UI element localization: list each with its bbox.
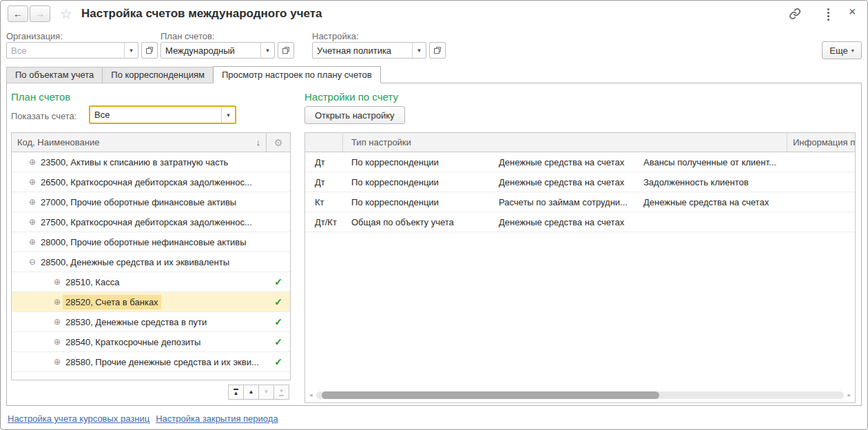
check-icon: ✓ <box>267 276 290 287</box>
go-last-button[interactable]: ▼ <box>273 385 289 400</box>
setting-open-button[interactable] <box>429 42 446 59</box>
setting-type: По корреспонденции <box>343 177 495 187</box>
account-row-selected[interactable]: ⊕ 28520, Счета в банках ✓ <box>12 292 290 312</box>
account-row[interactable]: ⊕ 23500, Активы к списанию в затратную ч… <box>12 152 290 172</box>
forward-button[interactable]: → <box>30 6 50 22</box>
close-icon[interactable]: × <box>849 5 856 19</box>
chevron-down-icon[interactable]: ▾ <box>124 43 138 58</box>
accounts-table-header[interactable]: Код, Наименование ↓ ⚙ <box>12 133 290 152</box>
go-up-button[interactable]: ▲ <box>243 385 259 400</box>
go-last-icon: ▼ <box>279 389 285 396</box>
horizontal-scrollbar[interactable]: ◂ ▸ <box>309 391 851 399</box>
setting-side: Дт/Кт <box>305 217 343 227</box>
check-icon: ✓ <box>267 296 290 307</box>
setting-type: Общая по объекту учета <box>343 217 495 227</box>
setting-side: Дт <box>305 177 343 187</box>
exchange-rate-settings-link[interactable]: Настройка учета курсовых разниц <box>8 413 149 424</box>
organization-label: Организация: <box>6 31 63 41</box>
tab-content: План счетов Показать счета: Все ▾ Код, Н… <box>6 83 862 406</box>
app-window: ← → ☆ Настройка счетов международного уч… <box>0 0 868 430</box>
setting-label: Настройка: <box>312 31 359 41</box>
account-row[interactable]: ⊖ 28500, Денежные средства и их эквивале… <box>12 252 290 272</box>
setting-value: Учетная политика <box>313 45 412 56</box>
account-row-text: 28520, Счета в банках <box>63 295 161 309</box>
get-link-icon[interactable] <box>788 8 802 22</box>
go-up-icon: ▲ <box>249 389 254 395</box>
tab-by-correspondences[interactable]: По корреспонденциям <box>102 67 214 83</box>
expand-icon[interactable]: ⊕ <box>27 177 38 187</box>
page-title: Настройка счетов международного учета <box>81 7 322 21</box>
go-down-button[interactable]: ▼ <box>258 385 274 400</box>
setting-row[interactable]: Дт По корреспонденции Денежные средства … <box>305 152 855 172</box>
expand-icon[interactable]: ⊕ <box>27 157 38 167</box>
organization-open-button[interactable] <box>141 42 158 59</box>
tree-navigation-buttons: ▲ ▲ ▼ ▼ <box>229 385 289 400</box>
setting-row[interactable]: Кт По корреспонденции Расчеты по займам … <box>305 192 855 212</box>
chart-of-accounts-field[interactable]: Международный ▾ <box>161 42 275 59</box>
more-button-label: Еще <box>829 45 847 56</box>
scrollbar-track[interactable] <box>316 391 844 399</box>
setting-info: Задолженность клиентов <box>639 177 791 187</box>
expand-icon[interactable]: ⊕ <box>52 357 63 367</box>
open-setting-button[interactable]: Открыть настройку <box>304 106 405 124</box>
setting-field[interactable]: Учетная политика ▾ <box>312 42 426 59</box>
account-row[interactable]: ⊕ 28580, Прочие денежные средства и их э… <box>12 352 290 372</box>
check-icon: ✓ <box>267 336 290 347</box>
scroll-left-icon[interactable]: ◂ <box>309 391 313 399</box>
table-settings-gear-button[interactable]: ⚙ <box>266 133 290 152</box>
expand-icon[interactable]: ⊕ <box>27 217 38 227</box>
more-button[interactable]: Еще ▾ <box>822 41 862 59</box>
organization-value: Все <box>7 45 124 56</box>
period-closing-settings-link[interactable]: Настройка закрытия периода <box>156 413 278 424</box>
chart-of-accounts-open-button[interactable] <box>278 42 294 59</box>
organization-field[interactable]: Все ▾ <box>6 42 138 59</box>
account-row[interactable]: ⊕ 27000, Прочие оборотные финансовые акт… <box>12 192 290 212</box>
go-first-button[interactable]: ▲ <box>228 385 244 400</box>
account-row-text: 28540, Краткосрочные депозиты <box>63 335 203 349</box>
forward-icon: → <box>35 8 45 19</box>
show-accounts-field[interactable]: Все ▾ <box>89 105 236 124</box>
back-button[interactable]: ← <box>8 6 28 22</box>
plan-panel-title: План счетов <box>11 91 70 103</box>
scroll-right-icon[interactable]: ▸ <box>847 391 851 399</box>
tab-view-settings-by-chart[interactable]: Просмотр настроек по плану счетов <box>213 66 381 83</box>
sort-desc-icon: ↓ <box>256 137 261 147</box>
setting-info: Денежные средства на счетах <box>639 197 791 207</box>
chevron-down-icon[interactable]: ▾ <box>412 43 426 58</box>
expand-icon[interactable]: ⊕ <box>27 197 38 207</box>
chevron-down-icon[interactable]: ▾ <box>221 107 235 123</box>
collapse-icon[interactable]: ⊖ <box>27 257 38 267</box>
info-column-header: Информация по <box>787 133 855 152</box>
setting-row[interactable]: Дт/Кт Общая по объекту учета Денежные ср… <box>305 212 855 232</box>
check-icon: ✓ <box>267 356 290 367</box>
expand-icon[interactable]: ⊕ <box>27 237 38 247</box>
setting-object: Денежные средства на счетах <box>495 157 639 167</box>
setting-row[interactable]: Дт По корреспонденции Денежные средства … <box>305 172 855 192</box>
gear-icon: ⚙ <box>274 137 283 148</box>
menu-dots-icon[interactable] <box>827 8 830 21</box>
account-row-text: 27000, Прочие оборотные финансовые актив… <box>38 195 239 209</box>
expand-icon[interactable]: ⊕ <box>52 337 63 347</box>
account-row[interactable]: ⊕ 28540, Краткосрочные депозиты ✓ <box>12 332 290 352</box>
account-row[interactable]: ⊕ 28000, Прочие оборотные нефинансовые а… <box>12 232 290 252</box>
expand-icon[interactable]: ⊕ <box>52 277 63 287</box>
chevron-down-icon[interactable]: ▾ <box>260 43 274 58</box>
scrollbar-thumb[interactable] <box>322 391 659 399</box>
tab-bar: По объектам учета По корреспонденциям Пр… <box>6 66 380 83</box>
account-row-text: 28530, Денежные средства в пути <box>63 315 209 329</box>
expand-icon[interactable]: ⊕ <box>52 317 63 327</box>
account-row[interactable]: ⊕ 28530, Денежные средства в пути ✓ <box>12 312 290 332</box>
tab-by-accounting-objects[interactable]: По объектам учета <box>6 67 103 83</box>
setting-info: Авансы полученные от клиент... <box>639 157 791 167</box>
favorite-star-icon[interactable]: ☆ <box>60 6 72 22</box>
show-accounts-label: Показать счета: <box>11 111 76 121</box>
setting-type: По корреспонденции <box>343 197 495 207</box>
account-row[interactable]: ⊕ 28510, Касса ✓ <box>12 272 290 292</box>
expand-icon[interactable]: ⊕ <box>52 297 63 307</box>
setting-type: По корреспонденции <box>343 157 495 167</box>
account-row-text: 28000, Прочие оборотные нефинансовые акт… <box>38 235 249 249</box>
account-row[interactable]: ⊕ 26500, Краткосрочная дебиторская задол… <box>12 172 290 192</box>
account-row[interactable]: ⊕ 27500, Краткосрочная дебиторская задол… <box>12 212 290 232</box>
settings-table-header[interactable]: Тип настройки Информация по <box>305 133 855 152</box>
accounts-tree-table: Код, Наименование ↓ ⚙ ⊕ 23500, Активы к … <box>11 132 291 380</box>
